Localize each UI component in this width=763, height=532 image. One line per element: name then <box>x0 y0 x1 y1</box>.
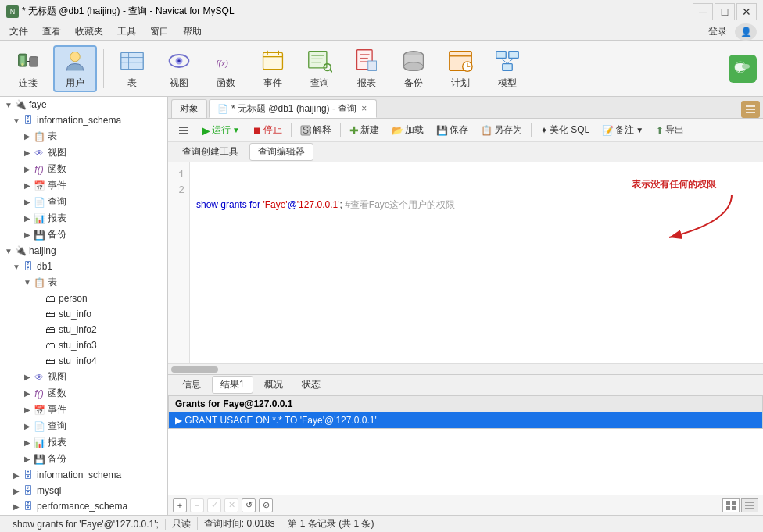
no-edit-button[interactable]: ⊘ <box>259 498 273 512</box>
sidebar-item-db1-events[interactable]: ▶ 📅 事件 <box>0 402 167 418</box>
sidebar-item-faye-backups[interactable]: ▶ 💾 备份 <box>0 227 167 243</box>
toggle-db1-backups[interactable]: ▶ <box>22 455 33 463</box>
sub-tab-create[interactable]: 查询创建工具 <box>174 144 246 160</box>
toggle-db1-views[interactable]: ▶ <box>22 373 33 381</box>
toggle-faye-views[interactable]: ▶ <box>22 148 33 157</box>
toggle-db1-tables[interactable]: ▼ <box>22 278 33 287</box>
toggle-db1-queries[interactable]: ▶ <box>22 422 33 430</box>
confirm-button[interactable]: ✓ <box>207 498 221 512</box>
sidebar-item-stu-info3[interactable]: ▶ 🗃 stu_info3 <box>0 337 167 353</box>
toggle-faye-queries[interactable]: ▶ <box>22 198 33 206</box>
toggle-faye-tables[interactable]: ▶ <box>22 132 33 141</box>
save-as-button[interactable]: 📋 另存为 <box>475 122 528 139</box>
toggle-haijing-info[interactable]: ▶ <box>11 471 22 480</box>
sub-tab-editor[interactable]: 查询编辑器 <box>249 143 313 161</box>
sidebar-item-faye-reports[interactable]: ▶ 📊 报表 <box>0 210 167 227</box>
run-button[interactable]: ▶ 运行 ▼ <box>196 122 245 139</box>
sidebar-item-info-schema[interactable]: ▼ 🗄 information_schema <box>0 112 167 128</box>
sidebar-item-performance[interactable]: ▶ 🗄 performance_schema <box>0 498 167 514</box>
save-button[interactable]: 💾 保存 <box>431 122 474 139</box>
sidebar-item-db1-reports[interactable]: ▶ 📊 报表 <box>0 434 167 451</box>
close-button[interactable]: ✕ <box>736 3 757 20</box>
toggle-db1-events[interactable]: ▶ <box>22 405 33 414</box>
toolbar-backup[interactable]: 备份 <box>392 45 435 92</box>
list-view-button[interactable] <box>741 498 758 512</box>
sidebar-item-faye-events[interactable]: ▶ 📅 事件 <box>0 177 167 194</box>
cancel-row-button[interactable]: ✕ <box>224 498 238 512</box>
tab-query[interactable]: 📄 * 无标题 @db1 (haijing) - 查询 × <box>209 99 377 118</box>
menu-tools[interactable]: 工具 <box>111 23 142 40</box>
toggle-performance[interactable]: ▶ <box>11 502 22 511</box>
toggle-db1-reports[interactable]: ▶ <box>22 438 33 447</box>
toolbar-model[interactable]: 模型 <box>485 45 529 92</box>
sidebar-item-haijing[interactable]: ▼ 🔌 haijing <box>0 243 167 259</box>
new-button[interactable]: ✚ 新建 <box>344 122 385 139</box>
sidebar-item-mysql[interactable]: ▶ 🗄 mysql <box>0 483 167 498</box>
minimize-button[interactable]: ─ <box>693 3 713 20</box>
refresh-button[interactable]: ↺ <box>242 498 256 512</box>
table-row[interactable]: ▶ GRANT USAGE ON *.* TO 'Faye'@'127.0.0.… <box>169 412 763 429</box>
toggle-faye-backups[interactable]: ▶ <box>22 230 33 239</box>
sidebar-item-stu-info4[interactable]: ▶ 🗃 stu_info4 <box>0 353 167 369</box>
toggle-faye-events[interactable]: ▶ <box>22 181 33 190</box>
sidebar-item-faye-funcs[interactable]: ▶ f() 函数 <box>0 161 167 177</box>
sidebar-item-db1-backups[interactable]: ▶ 💾 备份 <box>0 451 167 467</box>
remove-row-button[interactable]: − <box>190 498 204 512</box>
menu-btn[interactable] <box>173 122 195 139</box>
sidebar-item-db1-queries[interactable]: ▶ 📄 查询 <box>0 418 167 434</box>
toolbar-connect[interactable]: 连接 <box>6 45 50 92</box>
sidebar-item-stu-info2[interactable]: ▶ 🗃 stu_info2 <box>0 322 167 337</box>
toolbar-view[interactable]: 视图 <box>157 45 201 92</box>
menu-window[interactable]: 窗口 <box>144 23 175 40</box>
toggle-db1-funcs[interactable]: ▶ <box>22 389 33 398</box>
menu-view[interactable]: 查看 <box>36 23 67 40</box>
toggle-haijing[interactable]: ▼ <box>3 247 14 255</box>
add-row-button[interactable]: + <box>173 498 187 512</box>
user-avatar[interactable]: 👤 <box>735 23 757 41</box>
comment-button[interactable]: 📝 备注 ▼ <box>596 122 649 139</box>
load-button[interactable]: 📂 加载 <box>386 122 429 139</box>
sidebar-item-db1-funcs[interactable]: ▶ f() 函数 <box>0 385 167 402</box>
sidebar-item-db1-views[interactable]: ▶ 👁 视图 <box>0 369 167 385</box>
beautify-button[interactable]: ✦ 美化 SQL <box>535 122 595 139</box>
explain-button[interactable]: SQL 解释 <box>295 122 337 139</box>
toggle-faye[interactable]: ▼ <box>3 101 14 109</box>
editor-hscroll[interactable] <box>168 363 763 374</box>
result-tab-status[interactable]: 状态 <box>294 377 328 393</box>
sidebar-item-db1-tables[interactable]: ▼ 📋 表 <box>0 274 167 291</box>
tab-object[interactable]: 对象 <box>171 99 207 118</box>
toolbar-query[interactable]: 查询 <box>298 45 342 92</box>
sidebar-item-faye-queries[interactable]: ▶ 📄 查询 <box>0 194 167 210</box>
sidebar-item-haijing-info-schema[interactable]: ▶ 🗄 information_schema <box>0 467 167 483</box>
stop-button[interactable]: ⏹ 停止 <box>247 122 288 139</box>
export-button[interactable]: ⬆ 导出 <box>650 122 690 139</box>
toggle-faye-reports[interactable]: ▶ <box>22 214 33 223</box>
toolbar-event[interactable]: ! 事件 <box>251 45 295 92</box>
toggle-faye-funcs[interactable]: ▶ <box>22 165 33 173</box>
toggle-mysql[interactable]: ▶ <box>11 487 22 495</box>
sidebar-item-person[interactable]: ▶ 🗃 person <box>0 291 167 306</box>
sidebar-item-db1[interactable]: ▼ 🗄 db1 <box>0 259 167 274</box>
result-tab-info[interactable]: 信息 <box>174 377 209 393</box>
toolbar-table[interactable]: 表 <box>110 45 154 92</box>
toggle-info-schema[interactable]: ▼ <box>11 116 22 125</box>
menu-favorites[interactable]: 收藏夹 <box>69 23 109 40</box>
menu-file[interactable]: 文件 <box>3 23 34 40</box>
toggle-db1[interactable]: ▼ <box>11 262 22 271</box>
toolbar-function[interactable]: f(x) 函数 <box>204 45 248 92</box>
sidebar-item-faye-views[interactable]: ▶ 👁 视图 <box>0 145 167 161</box>
toolbar-report[interactable]: 报表 <box>345 45 389 92</box>
toolbar-user[interactable]: 用户 <box>53 45 97 92</box>
sidebar-item-faye[interactable]: ▼ 🔌 faye <box>0 97 167 112</box>
toolbar-schedule[interactable]: 计划 <box>439 45 482 92</box>
menu-help[interactable]: 帮助 <box>177 23 208 40</box>
sidebar-item-faye-tables[interactable]: ▶ 📋 表 <box>0 128 167 145</box>
maximize-button[interactable]: □ <box>715 3 735 20</box>
sidebar-item-stu-info[interactable]: ▶ 🗃 stu_info <box>0 306 167 322</box>
result-tab-result1[interactable]: 结果1 <box>212 376 253 394</box>
tab-extra-button[interactable] <box>741 101 760 118</box>
result-tab-overview[interactable]: 概况 <box>256 377 291 393</box>
grid-view-button[interactable] <box>722 498 740 512</box>
wechat-icon[interactable] <box>729 55 757 83</box>
query-tab-close[interactable]: × <box>360 103 368 114</box>
